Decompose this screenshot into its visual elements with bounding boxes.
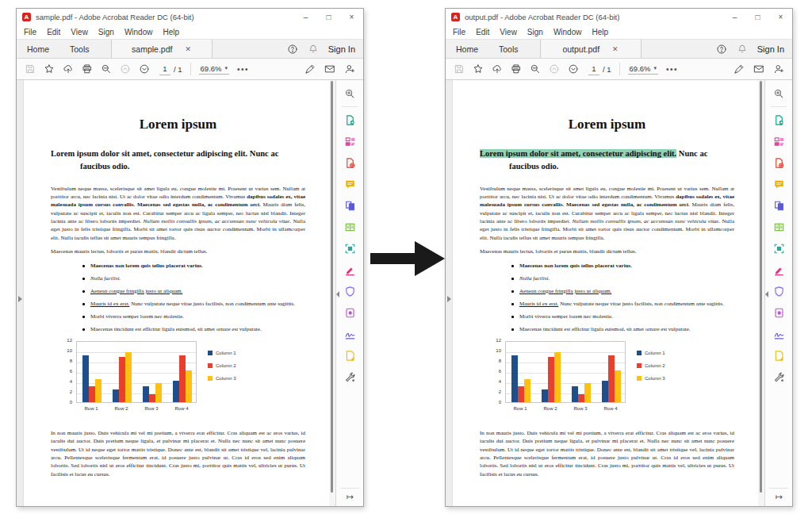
menu-sign[interactable]: Sign [98, 28, 114, 36]
scrollbar-thumb[interactable] [331, 81, 333, 493]
bullet-list: Maecenas non lorem quis tellus placerat … [82, 263, 305, 332]
tab-tools[interactable]: Tools [59, 40, 100, 58]
stamp-icon[interactable] [769, 346, 788, 365]
star-icon[interactable] [473, 63, 484, 75]
bar-column-2-row-2 [548, 357, 554, 402]
search-tools-icon[interactable] [769, 84, 788, 103]
fill-sign-pen-icon[interactable] [304, 63, 316, 75]
list-item: Maecenas tincidunt est efficitur ligula … [511, 326, 734, 332]
menu-window[interactable]: Window [124, 28, 153, 36]
menu-help[interactable]: Help [592, 28, 608, 36]
menu-file[interactable]: File [453, 28, 465, 36]
tab-home[interactable]: Home [17, 40, 59, 58]
vertical-scrollbar[interactable] [758, 80, 764, 506]
zoom-out-icon[interactable] [530, 63, 541, 75]
bar-column-1-row-1 [82, 355, 89, 402]
legend-swatch [208, 351, 213, 355]
measure-icon[interactable] [769, 367, 788, 386]
combine-files-icon[interactable] [340, 196, 359, 215]
stamp-icon[interactable] [340, 346, 359, 365]
tab-tools[interactable]: Tools [488, 40, 529, 58]
cloud-upload-icon[interactable] [63, 63, 74, 75]
fill-sign-icon[interactable] [340, 324, 359, 343]
sign-in-button[interactable]: Sign In [757, 44, 784, 54]
expand-left-pane-arrow[interactable] [447, 296, 451, 302]
help-question-icon[interactable] [287, 44, 298, 55]
notifications-bell-icon[interactable] [308, 44, 319, 55]
measure-icon[interactable] [340, 367, 359, 386]
menu-window[interactable]: Window [553, 28, 582, 36]
add-account-icon[interactable] [773, 63, 784, 75]
page-number-input[interactable]: 1 [588, 63, 599, 75]
comment-icon[interactable] [340, 175, 359, 194]
compress-pdf-icon[interactable] [340, 303, 359, 322]
sidebar-divider [771, 106, 787, 107]
email-icon[interactable] [753, 63, 764, 75]
more-tools-button[interactable]: ••• [666, 65, 678, 74]
menu-view[interactable]: View [71, 28, 88, 36]
zoom-level-dropdown[interactable]: 69.6% ▾ [199, 64, 229, 75]
tab-close-icon[interactable]: ✕ [185, 45, 191, 53]
close-button[interactable]: × [769, 9, 792, 25]
create-pdf-icon[interactable] [340, 153, 359, 172]
protect-icon[interactable] [340, 282, 359, 301]
menu-edit[interactable]: Edit [47, 28, 60, 36]
comment-icon[interactable] [769, 175, 788, 194]
maximize-button[interactable]: □ [317, 9, 340, 25]
export-pdf-icon[interactable] [769, 110, 788, 129]
minimize-button[interactable]: – [294, 9, 317, 25]
fill-sign-pen-icon[interactable] [733, 63, 745, 75]
redact-icon[interactable] [769, 260, 788, 279]
help-question-icon[interactable] [716, 44, 727, 55]
cloud-upload-icon[interactable] [492, 63, 503, 75]
collapse-tools-pane-arrow[interactable] [765, 291, 768, 297]
zoom-level-dropdown[interactable]: 69.6% ▾ [628, 64, 658, 75]
fill-sign-icon[interactable] [769, 324, 788, 343]
notifications-bell-icon[interactable] [737, 44, 748, 55]
add-account-icon[interactable] [344, 63, 355, 75]
menu-help[interactable]: Help [163, 28, 179, 36]
expand-pane-icon[interactable]: ↦ [340, 488, 359, 502]
create-pdf-icon[interactable] [769, 153, 788, 172]
maximize-button[interactable]: □ [746, 9, 769, 25]
collapse-tools-pane-arrow[interactable] [336, 291, 339, 297]
combine-files-icon[interactable] [769, 196, 788, 215]
text-run: Nullam mollis convallis ipsum, ac accums… [572, 218, 720, 224]
more-tools-button[interactable]: ••• [237, 65, 249, 74]
tab-document[interactable]: output.pdf ✕ [540, 40, 642, 58]
vertical-scrollbar[interactable] [329, 80, 335, 506]
scan-ocr-icon[interactable] [769, 239, 788, 258]
scrollbar-thumb[interactable] [760, 81, 762, 493]
redact-icon[interactable] [340, 260, 359, 279]
expand-pane-icon[interactable]: ↦ [769, 488, 788, 502]
page-number-input[interactable]: 1 [159, 63, 170, 75]
protect-icon[interactable] [769, 282, 788, 301]
organize-pages-icon[interactable] [769, 217, 788, 236]
organize-pages-icon[interactable] [340, 217, 359, 236]
print-icon[interactable] [511, 63, 522, 75]
nav-down-icon[interactable] [139, 63, 150, 75]
menu-view[interactable]: View [500, 28, 517, 36]
tab-home[interactable]: Home [446, 40, 488, 58]
compress-pdf-icon[interactable] [769, 303, 788, 322]
menu-file[interactable]: File [24, 28, 36, 36]
sign-in-button[interactable]: Sign In [328, 44, 355, 54]
tab-close-icon[interactable]: ✕ [612, 45, 619, 53]
minimize-button[interactable]: – [723, 9, 746, 25]
menu-edit[interactable]: Edit [476, 28, 489, 36]
expand-left-pane-arrow[interactable] [18, 296, 22, 302]
nav-down-icon[interactable] [568, 63, 579, 75]
email-icon[interactable] [324, 63, 335, 75]
tab-document[interactable]: sample.pdf ✕ [111, 40, 213, 58]
search-tools-icon[interactable] [340, 84, 359, 103]
x-axis-tick-label: Row 2 [535, 406, 565, 411]
zoom-out-icon[interactable] [101, 63, 112, 75]
scan-ocr-icon[interactable] [340, 239, 359, 258]
print-icon[interactable] [82, 63, 93, 75]
menu-sign[interactable]: Sign [527, 28, 543, 36]
close-button[interactable]: × [340, 9, 363, 25]
edit-pdf-icon[interactable] [769, 132, 788, 151]
edit-pdf-icon[interactable] [340, 132, 359, 151]
star-icon[interactable] [44, 63, 55, 75]
export-pdf-icon[interactable] [340, 110, 359, 129]
